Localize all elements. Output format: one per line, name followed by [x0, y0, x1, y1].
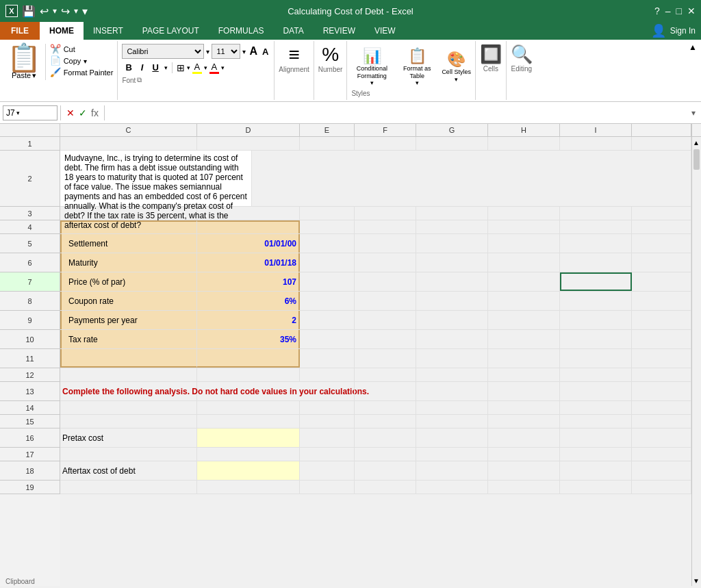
- cell-E9[interactable]: [300, 311, 355, 329]
- cell-extra-18[interactable]: [632, 461, 691, 480]
- vertical-scrollbar[interactable]: ▲ ▼: [691, 137, 701, 586]
- cell-E15[interactable]: [300, 415, 355, 428]
- row-label-14[interactable]: 14: [0, 401, 60, 415]
- col-header-C[interactable]: C: [60, 124, 197, 136]
- scroll-down-btn[interactable]: ▼: [692, 575, 700, 586]
- tab-page-layout[interactable]: PAGE LAYOUT: [133, 22, 209, 40]
- cell-H16[interactable]: [488, 429, 560, 447]
- cell-I13[interactable]: [560, 382, 632, 400]
- cell-D7[interactable]: 107: [197, 272, 300, 291]
- cell-F15[interactable]: [355, 415, 416, 428]
- row-label-11[interactable]: 11: [0, 349, 60, 368]
- cells-icon[interactable]: 🔲: [480, 44, 502, 65]
- cell-C15[interactable]: [60, 415, 197, 428]
- row-label-8[interactable]: 8: [0, 292, 60, 311]
- font-name-dropdown-icon[interactable]: ▾: [206, 48, 209, 55]
- cell-H4[interactable]: [488, 220, 560, 233]
- paste-dropdown-icon[interactable]: ▾: [32, 71, 36, 80]
- undo-btn[interactable]: ↩: [40, 5, 49, 18]
- cell-extra-12[interactable]: [632, 368, 691, 381]
- cell-extra-7[interactable]: [632, 272, 691, 291]
- cell-styles-dropdown-icon[interactable]: ▾: [455, 76, 458, 83]
- row-label-3[interactable]: 3: [0, 207, 60, 220]
- cell-E3[interactable]: [300, 207, 355, 220]
- row-label-13[interactable]: 13: [0, 382, 60, 401]
- cell-I16[interactable]: [560, 429, 632, 447]
- cell-E11[interactable]: [300, 349, 355, 368]
- row-label-9[interactable]: 9: [0, 311, 60, 330]
- cell-C9[interactable]: Payments per year: [60, 311, 197, 329]
- cell-G17[interactable]: [416, 448, 488, 461]
- font-name-select[interactable]: Calibri: [122, 44, 204, 59]
- cell-H8[interactable]: [488, 292, 560, 310]
- cell-E13[interactable]: [300, 382, 355, 400]
- italic-btn[interactable]: I: [138, 61, 147, 74]
- cancel-formula-icon[interactable]: ✕: [66, 107, 75, 118]
- format-as-table-btn[interactable]: 📋 Format as Table ▾: [396, 47, 437, 87]
- cut-btn[interactable]: ✂️ Cut: [50, 44, 113, 54]
- tab-file[interactable]: FILE: [0, 22, 40, 40]
- cell-G14[interactable]: [416, 401, 488, 414]
- customize-btn[interactable]: ▾: [82, 5, 88, 18]
- cell-C7[interactable]: Price (% of par): [60, 272, 197, 291]
- row-label-10[interactable]: 10: [0, 330, 60, 349]
- cell-H7[interactable]: [488, 272, 560, 291]
- cell-E14[interactable]: [300, 401, 355, 414]
- cell-G10[interactable]: [416, 330, 488, 348]
- cell-I11[interactable]: [560, 349, 632, 368]
- tab-data[interactable]: DATA: [273, 22, 313, 40]
- cell-H1[interactable]: [488, 137, 560, 150]
- scroll-thumb[interactable]: [693, 149, 700, 170]
- cell-C16[interactable]: Pretax cost: [60, 429, 197, 447]
- cell-C8[interactable]: Coupon rate: [60, 292, 197, 310]
- col-header-E[interactable]: E: [300, 124, 355, 136]
- cell-F14[interactable]: [355, 401, 416, 414]
- tab-home[interactable]: HOME: [40, 22, 84, 40]
- row-label-5[interactable]: 5: [0, 234, 60, 253]
- fill-color-btn[interactable]: A: [192, 62, 202, 74]
- cell-F12[interactable]: [355, 368, 416, 381]
- cell-C2[interactable]: Mudvayne, Inc., is trying to determine i…: [60, 151, 252, 206]
- cell-D5[interactable]: 01/01/00: [197, 234, 300, 253]
- cell-ref-dropdown-icon[interactable]: ▾: [16, 110, 20, 116]
- cell-G16[interactable]: [416, 429, 488, 447]
- cell-extra-8[interactable]: [632, 292, 691, 310]
- cell-I8[interactable]: [560, 292, 632, 310]
- borders-btn[interactable]: ⊞: [177, 62, 185, 73]
- cell-G11[interactable]: [416, 349, 488, 368]
- increase-font-btn[interactable]: A: [248, 45, 259, 57]
- col-header-I[interactable]: I: [560, 124, 632, 136]
- cell-G12[interactable]: [416, 368, 488, 381]
- row-label-16[interactable]: 16: [0, 429, 60, 448]
- cell-F19[interactable]: [355, 481, 416, 494]
- tab-view[interactable]: VIEW: [365, 22, 405, 40]
- paste-label[interactable]: Paste: [12, 71, 31, 80]
- font-size-dropdown-icon[interactable]: ▾: [242, 48, 246, 55]
- fill-dropdown-icon[interactable]: ▾: [204, 64, 207, 71]
- cell-F18[interactable]: [355, 461, 416, 480]
- redo-btn[interactable]: ↪: [61, 5, 70, 18]
- cell-E16[interactable]: [300, 429, 355, 447]
- cell-extra-15[interactable]: [632, 415, 691, 428]
- cell-E6[interactable]: [300, 253, 355, 272]
- cell-G5[interactable]: [416, 234, 488, 253]
- cell-extra-10[interactable]: [632, 330, 691, 348]
- cell-I4[interactable]: [560, 220, 632, 233]
- conditional-formatting-btn[interactable]: 📊 Conditional Formatting ▾: [351, 47, 392, 87]
- scroll-up-btn[interactable]: ▲: [692, 137, 700, 148]
- cond-format-dropdown-icon[interactable]: ▾: [370, 79, 374, 86]
- cell-F13[interactable]: [355, 382, 416, 400]
- cell-E8[interactable]: [300, 292, 355, 310]
- cell-D12[interactable]: [197, 368, 300, 381]
- cell-C5[interactable]: Settlement: [60, 234, 197, 253]
- cell-H5[interactable]: [488, 234, 560, 253]
- cell-D9[interactable]: 2: [197, 311, 300, 329]
- cell-D6[interactable]: 01/01/18: [197, 253, 300, 272]
- row-label-4[interactable]: 4: [0, 220, 60, 234]
- cell-F3[interactable]: [355, 207, 416, 220]
- cell-extra-4[interactable]: [632, 220, 691, 233]
- font-size-select[interactable]: 11: [212, 44, 240, 59]
- cell-H10[interactable]: [488, 330, 560, 348]
- cell-I12[interactable]: [560, 368, 632, 381]
- cell-G15[interactable]: [416, 415, 488, 428]
